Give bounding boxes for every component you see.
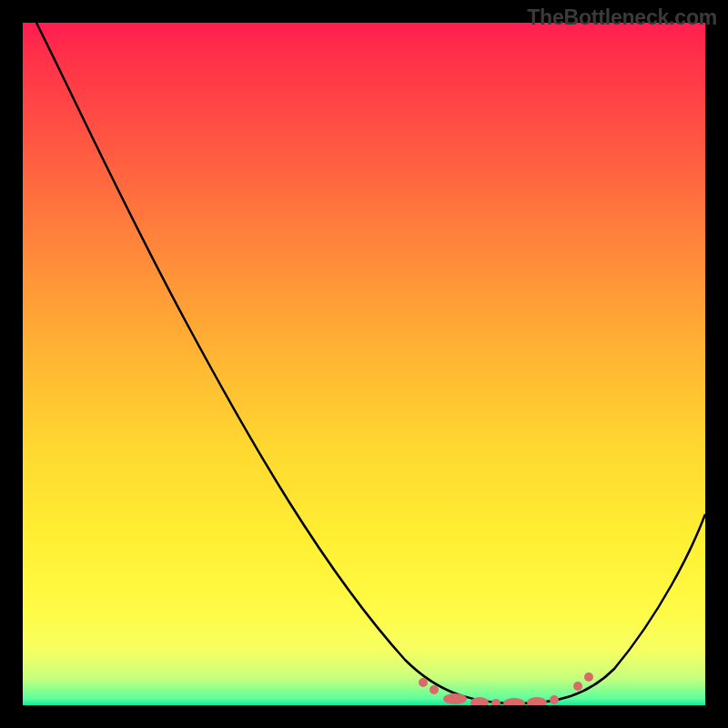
svg-point-6 (527, 697, 547, 705)
svg-point-8 (573, 682, 582, 691)
svg-point-0 (419, 678, 428, 687)
svg-point-2 (443, 693, 467, 704)
chart-container: TheBottleneck.com (0, 0, 728, 728)
plot-area (23, 23, 705, 705)
svg-point-1 (430, 685, 439, 694)
watermark-text: TheBottleneck.com (527, 5, 717, 30)
bottleneck-curve (23, 23, 705, 705)
svg-point-4 (491, 699, 500, 705)
svg-point-9 (584, 672, 593, 682)
svg-point-7 (550, 695, 559, 704)
svg-point-5 (503, 698, 525, 705)
curve-line (36, 23, 705, 703)
